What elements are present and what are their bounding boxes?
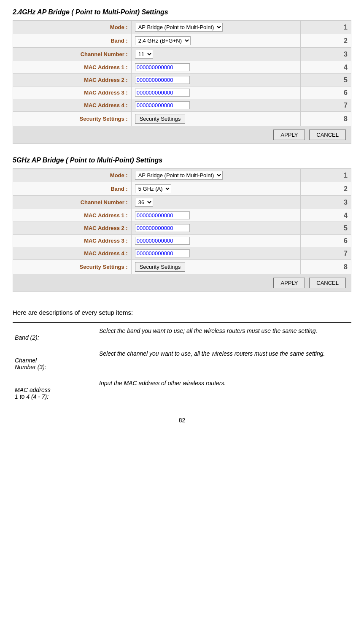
action-cell-24ghz: APPLY CANCEL	[13, 126, 351, 144]
settings-table-24ghz: Mode : AP Bridge (Point to Multi-Point) …	[13, 20, 351, 144]
apply-button-5ghz[interactable]: APPLY	[273, 278, 305, 288]
row-number-5g-7: 7	[300, 247, 351, 260]
band-select-5g[interactable]: 5 GHz (A)	[135, 184, 171, 193]
mac3-row-5g: MAC Address 3 : 6	[13, 235, 351, 247]
action-cell-5ghz: APPLY CANCEL	[13, 274, 351, 292]
mac1-value-cell	[131, 61, 300, 74]
channel-value-cell-5g: 36	[131, 196, 300, 209]
channel-row: Channel Number : 11 3	[13, 48, 351, 61]
channel-select[interactable]: 11	[135, 50, 153, 59]
descriptions-section: Here are descriptions of every setup ite…	[13, 305, 351, 404]
row-number-5g-3: 3	[300, 196, 351, 209]
band-label-5g: Band :	[13, 182, 132, 196]
mac1-input[interactable]	[135, 63, 190, 71]
mode-select-5g[interactable]: AP Bridge (Point to Multi-Point)	[135, 171, 223, 180]
descriptions-table: Band (2): Select the band you want to us…	[13, 322, 351, 404]
row-number-7: 7	[300, 99, 351, 112]
channel-def: Select the channel you want to use, all …	[97, 345, 351, 375]
row-number-2: 2	[300, 34, 351, 48]
channel-select-5g[interactable]: 36	[135, 198, 153, 207]
mac2-input-5g[interactable]	[135, 224, 190, 232]
page-number: 82	[13, 417, 351, 424]
mode-select[interactable]: AP Bridge (Point to Multi-Point)	[135, 23, 223, 32]
mac-def: Input the MAC address of other wireless …	[97, 375, 351, 404]
desc-row-channel: Channel Number (3): Select the channel y…	[13, 345, 351, 375]
mac1-row: MAC Address 1 : 4	[13, 61, 351, 74]
row-number-5: 5	[300, 74, 351, 86]
band-value-cell-5g: 5 GHz (A)	[131, 182, 300, 196]
mac-term: MAC address 1 to 4 (4 - 7):	[13, 375, 97, 404]
mac4-label: MAC Address 4 :	[13, 99, 132, 112]
mac3-input-5g[interactable]	[135, 237, 190, 245]
security-row-5g: Security Settings : Security Settings 8	[13, 260, 351, 274]
mode-value-cell-5g: AP Bridge (Point to Multi-Point)	[131, 169, 300, 182]
channel-label: Channel Number :	[13, 48, 132, 61]
mac3-row: MAC Address 3 : 6	[13, 86, 351, 99]
cancel-button-24ghz[interactable]: CANCEL	[309, 130, 346, 140]
apply-button-24ghz[interactable]: APPLY	[273, 130, 305, 140]
mac2-label: MAC Address 2 :	[13, 74, 132, 86]
row-number-5g-1: 1	[300, 169, 351, 182]
mac3-input[interactable]	[135, 89, 190, 97]
security-settings-button-5g[interactable]: Security Settings	[135, 262, 186, 272]
row-number-5g-5: 5	[300, 222, 351, 235]
row-number-3: 3	[300, 48, 351, 61]
band-row-5g: Band : 5 GHz (A) 2	[13, 182, 351, 196]
channel-term: Channel Number (3):	[13, 345, 97, 375]
section-24ghz-title: 2.4GHz AP Bridge ( Point to Multi-Point)…	[13, 8, 351, 16]
row-number-4: 4	[300, 61, 351, 74]
section-5ghz: 5GHz AP Bridge ( Point to Multi-Point) S…	[13, 157, 351, 292]
mac2-value-cell	[131, 74, 300, 86]
mode-row-5g: Mode : AP Bridge (Point to Multi-Point) …	[13, 169, 351, 182]
row-number-8: 8	[300, 112, 351, 126]
security-label-5g: Security Settings :	[13, 260, 132, 274]
mac3-value-cell	[131, 86, 300, 99]
action-row-24ghz: APPLY CANCEL	[13, 126, 351, 144]
action-row-5ghz: APPLY CANCEL	[13, 274, 351, 292]
mac4-input[interactable]	[135, 101, 190, 109]
mac1-label: MAC Address 1 :	[13, 61, 132, 74]
channel-value-cell: 11	[131, 48, 300, 61]
channel-row-5g: Channel Number : 36 3	[13, 196, 351, 209]
mode-row: Mode : AP Bridge (Point to Multi-Point) …	[13, 21, 351, 34]
cancel-button-5ghz[interactable]: CANCEL	[309, 278, 346, 288]
mac2-row: MAC Address 2 : 5	[13, 74, 351, 86]
row-number-1: 1	[300, 21, 351, 34]
mac3-label-5g: MAC Address 3 :	[13, 235, 132, 247]
mac1-label-5g: MAC Address 1 :	[13, 209, 132, 222]
security-label: Security Settings :	[13, 112, 132, 126]
row-number-5g-8: 8	[300, 260, 351, 274]
security-value-cell-5g: Security Settings	[131, 260, 300, 274]
band-row: Band : 2.4 GHz (B+G+N) 2	[13, 34, 351, 48]
desc-row-mac: MAC address 1 to 4 (4 - 7): Input the MA…	[13, 375, 351, 404]
descriptions-intro: Here are descriptions of every setup ite…	[13, 309, 351, 316]
mac3-value-cell-5g	[131, 235, 300, 247]
mode-label: Mode :	[13, 21, 132, 34]
security-value-cell: Security Settings	[131, 112, 300, 126]
band-def: Select the band you want to use; all the…	[97, 323, 351, 345]
mac1-input-5g[interactable]	[135, 211, 190, 219]
mac2-row-5g: MAC Address 2 : 5	[13, 222, 351, 235]
band-label: Band :	[13, 34, 132, 48]
mac4-row-5g: MAC Address 4 : 7	[13, 247, 351, 260]
mac2-input[interactable]	[135, 76, 190, 84]
mac1-row-5g: MAC Address 1 : 4	[13, 209, 351, 222]
mac4-input-5g[interactable]	[135, 249, 190, 257]
row-number-5g-2: 2	[300, 182, 351, 196]
mode-value-cell: AP Bridge (Point to Multi-Point)	[131, 21, 300, 34]
mac3-label: MAC Address 3 :	[13, 86, 132, 99]
mac1-value-cell-5g	[131, 209, 300, 222]
band-value-cell: 2.4 GHz (B+G+N)	[131, 34, 300, 48]
mac4-value-cell-5g	[131, 247, 300, 260]
channel-label-5g: Channel Number :	[13, 196, 132, 209]
band-term: Band (2):	[13, 323, 97, 345]
security-row: Security Settings : Security Settings 8	[13, 112, 351, 126]
security-settings-button[interactable]: Security Settings	[135, 114, 186, 124]
mac2-value-cell-5g	[131, 222, 300, 235]
settings-table-5ghz: Mode : AP Bridge (Point to Multi-Point) …	[13, 168, 351, 292]
band-select[interactable]: 2.4 GHz (B+G+N)	[135, 36, 191, 45]
mac4-row: MAC Address 4 : 7	[13, 99, 351, 112]
mode-label-5g: Mode :	[13, 169, 132, 182]
row-number-6: 6	[300, 86, 351, 99]
mac4-label-5g: MAC Address 4 :	[13, 247, 132, 260]
